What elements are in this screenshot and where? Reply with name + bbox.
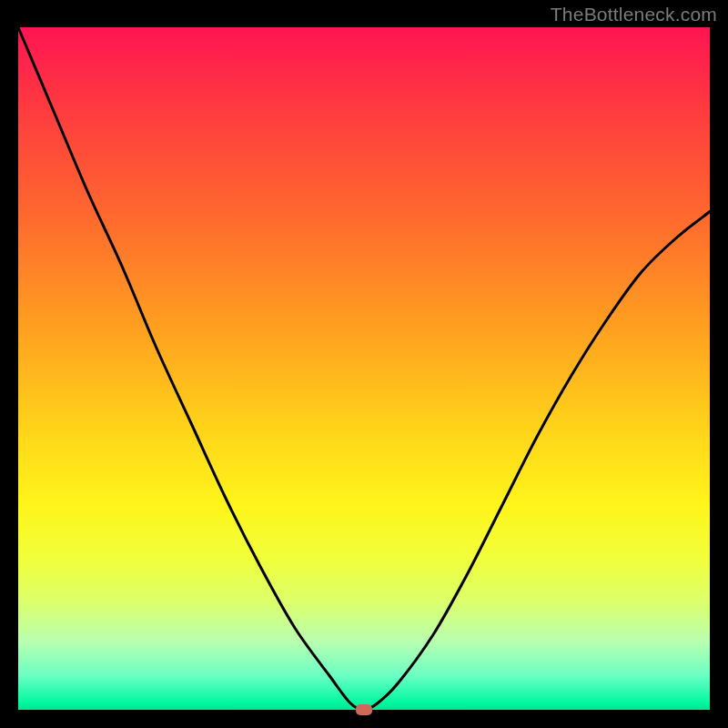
optimal-point-marker bbox=[356, 704, 372, 715]
plot-area bbox=[18, 27, 710, 710]
site-watermark: TheBottleneck.com bbox=[551, 4, 717, 25]
bottleneck-curve bbox=[18, 27, 710, 710]
curve-path bbox=[18, 27, 710, 710]
chart-frame: TheBottleneck.com bbox=[0, 0, 728, 728]
